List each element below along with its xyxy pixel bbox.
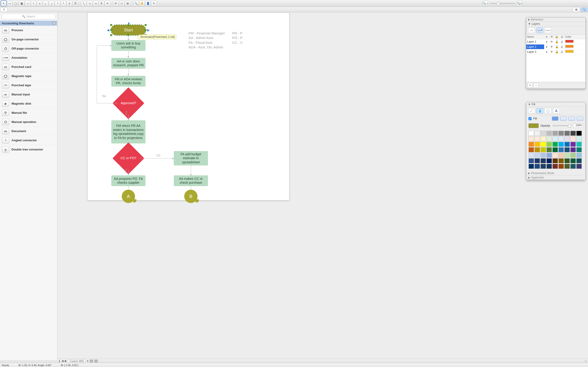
selection-handles[interactable]	[111, 25, 146, 35]
palette-swatch[interactable]	[540, 153, 546, 158]
layer-color[interactable]	[564, 44, 574, 49]
tool-connector-1[interactable]: ↘	[37, 1, 42, 6]
layers-mode-1[interactable]: ▭	[528, 27, 535, 33]
tool-parallelogram[interactable]: ▱	[25, 1, 30, 6]
palette-swatch[interactable]	[558, 158, 564, 163]
tool-curve[interactable]: ⌇	[31, 1, 36, 6]
palette-swatch[interactable]	[535, 136, 540, 141]
layer-visible-icon[interactable]: 👁	[549, 40, 554, 44]
library-item[interactable]: ◯ On-page connector	[0, 35, 57, 44]
layer-visible-icon[interactable]: 👁	[549, 50, 554, 54]
sel-arrow-left-icon[interactable]: ◀	[107, 28, 109, 32]
layer-active-icon[interactable]: ●	[544, 40, 549, 44]
search-input[interactable]: 🔍 Search	[1, 14, 56, 19]
tool-updown[interactable]: ⇅	[99, 1, 104, 6]
palette-swatch[interactable]	[552, 147, 558, 152]
palette-swatch[interactable]	[546, 136, 552, 141]
zoom-slider[interactable]	[490, 3, 515, 4]
palette-swatch[interactable]	[564, 147, 570, 152]
palette-swatch[interactable]	[535, 158, 540, 163]
palette-swatch[interactable]	[558, 136, 564, 141]
library-title-bar[interactable]: Accounting flowcharts ✕	[0, 21, 57, 26]
connector-a[interactable]: A	[122, 190, 135, 203]
layer-visible-icon[interactable]: 👁	[549, 44, 554, 49]
layer-print-icon[interactable]: 🖨	[559, 40, 564, 44]
layer-color[interactable]	[564, 49, 574, 54]
fill-gradient-button[interactable]	[560, 117, 567, 121]
palette-swatch[interactable]	[558, 153, 564, 158]
palette-swatch[interactable]	[535, 142, 540, 147]
palette-swatch[interactable]	[535, 147, 540, 152]
fill-solid-button[interactable]	[552, 117, 558, 121]
node-users-ask[interactable]: Users ask to buy something	[111, 40, 145, 51]
tool-connector-3[interactable]: ┌	[49, 1, 54, 6]
tool-close[interactable]: ✕	[105, 1, 110, 6]
layer-active-icon[interactable]: ●	[544, 44, 549, 49]
library-item[interactable]: ⟶ Annotation	[0, 53, 57, 62]
palette-swatch[interactable]	[552, 142, 558, 147]
tool-connector-5[interactable]: ┘	[61, 1, 66, 6]
opacity-slider[interactable]	[552, 125, 571, 126]
fill-pattern-button[interactable]	[569, 117, 575, 121]
zoom-level[interactable]: Custom 80%	[68, 359, 86, 363]
palette-swatch[interactable]	[528, 136, 534, 141]
node-transactions[interactable]: FM return PR AA enters in transactions l…	[111, 120, 145, 143]
palette-swatch[interactable]	[528, 164, 534, 169]
palette-swatch[interactable]	[528, 142, 534, 147]
tab-fill-icon[interactable]: 💧	[536, 108, 543, 114]
library-search-button[interactable]: 🔍	[581, 7, 588, 12]
layer-lock-icon[interactable]: 🔓	[554, 50, 559, 54]
tool-box[interactable]: ◻	[119, 1, 124, 6]
palette-swatch[interactable]	[576, 136, 582, 141]
tool-list[interactable]: ☰	[73, 1, 78, 6]
palette-swatch[interactable]	[540, 142, 546, 147]
palette-swatch[interactable]	[546, 142, 552, 147]
tool-boxplus[interactable]: ⊞	[125, 1, 130, 6]
canvas[interactable]: Start ◀ ▶ ▲ Terminator[Flowcharts 2.cdl]…	[57, 12, 588, 360]
node-prepare-po[interactable]: AA prepares PO, FA checks supplier	[111, 175, 145, 186]
layers-section[interactable]: ▼Layers	[526, 22, 586, 26]
palette-swatch[interactable]	[564, 131, 570, 136]
library-item[interactable]: ⬡ Manual operation	[0, 117, 57, 127]
palette-swatch[interactable]	[528, 147, 534, 152]
palette-swatch[interactable]	[570, 147, 576, 152]
page-pause-icon[interactable]: ‖	[59, 359, 60, 362]
layer-add-button[interactable]: +	[527, 83, 533, 88]
palette-swatch[interactable]	[546, 131, 552, 136]
tab-text-icon[interactable]: A	[553, 108, 560, 114]
palette-swatch[interactable]	[552, 158, 558, 163]
palette-swatch[interactable]	[546, 147, 552, 152]
palette-swatch[interactable]	[570, 164, 576, 169]
node-research[interactable]: AA or user does research, prepare PR	[111, 58, 145, 69]
tool-rotate[interactable]: ⟳	[113, 1, 119, 6]
palette-swatch[interactable]	[528, 158, 534, 163]
tool-hand[interactable]: ✋	[139, 1, 145, 6]
tool-connector-4[interactable]: └	[55, 1, 60, 6]
palette-swatch[interactable]	[576, 153, 582, 158]
layer-row[interactable]: Layer 1 ● 👁 🔓 🖨	[526, 39, 586, 44]
tab-stroke-icon[interactable]: ／	[528, 108, 535, 114]
tool-line[interactable]: ╲	[81, 1, 86, 6]
sel-arrow-right-icon[interactable]: ▶	[147, 28, 150, 32]
palette-swatch[interactable]	[564, 153, 570, 158]
palette-swatch[interactable]	[540, 164, 546, 169]
node-fa-budget[interactable]: FA add budget estimate to spreadsheet	[174, 151, 208, 165]
palette-swatch[interactable]	[535, 164, 540, 169]
library-grid-button[interactable]: ▦	[573, 7, 580, 12]
page-prev-icon[interactable]: ◀	[61, 359, 63, 362]
tool-pencil[interactable]: ✎	[151, 1, 157, 6]
layer-row[interactable]: Layer 2 ● 👁 🔓 🖨	[526, 44, 586, 49]
tab-shadow-icon[interactable]: ▢	[545, 108, 552, 114]
library-item[interactable]: 〰 Punched tape	[0, 81, 57, 90]
hypernote-section[interactable]: ▶Hypernote	[526, 175, 586, 180]
node-cc-purchase[interactable]: AA makes CC or check purchase	[174, 175, 208, 186]
tool-arrow[interactable]: ↘	[87, 1, 92, 6]
library-item[interactable]: ╦ Double tree connector	[0, 145, 57, 154]
palette-swatch[interactable]	[528, 131, 534, 136]
library-item[interactable]: ▱ Manual input	[0, 90, 57, 99]
palette-swatch[interactable]	[564, 158, 570, 163]
palette-swatch[interactable]	[564, 164, 570, 169]
page-thumb-2[interactable]	[95, 360, 98, 362]
palette-swatch[interactable]	[576, 131, 582, 136]
layer-remove-button[interactable]: −	[534, 83, 539, 88]
